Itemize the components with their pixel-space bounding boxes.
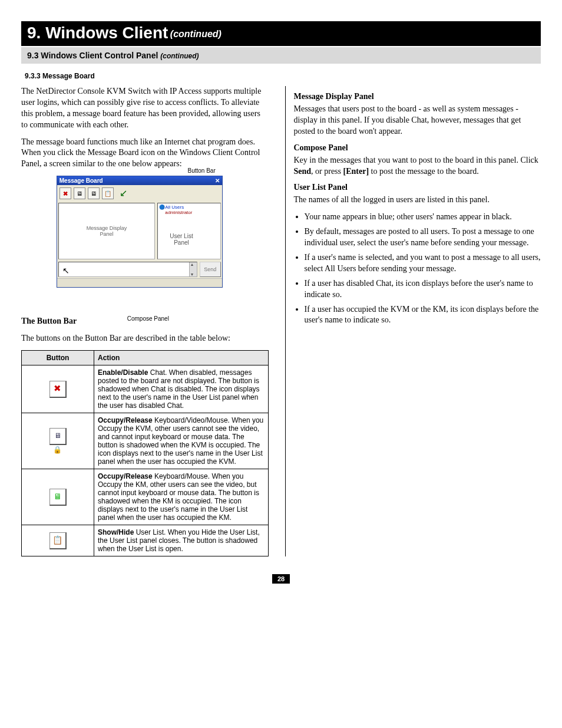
- message-board-screenshot: Button Bar Message Board ✕ ✖ 🖥 🖥 📋 ↙ Mes…: [57, 176, 233, 305]
- table-row: 🖥🔒 Occupy/Release Keyboard/Video/Mouse. …: [22, 413, 269, 469]
- list-item: If a user has disabled Chat, its icon di…: [305, 278, 541, 301]
- heading-user-list-panel: User List Panel: [294, 183, 541, 192]
- table-row: ✖ Enable/Disable Chat. When disabled, me…: [22, 365, 269, 413]
- mock-admin: administrator: [165, 210, 219, 215]
- cp-paragraph: Key in the messages that you want to pos…: [294, 155, 541, 177]
- user-list-bullets: Your name appears in blue; other users' …: [294, 212, 541, 326]
- heading-message-display-panel: Message Display Panel: [294, 92, 541, 101]
- mock-message-panel: Message Display Panel: [58, 203, 155, 259]
- toolbar-userlist-icon: 📋: [102, 187, 114, 199]
- mock-body: Message Display Panel 🔵All Users adminis…: [57, 202, 222, 261]
- mock-toolbar: ✖ 🖥 🖥 📋 ↙: [57, 185, 222, 202]
- section-continued: (continued): [160, 52, 199, 60]
- arrow-icon: ↙: [120, 187, 127, 199]
- mock-user-list: 🔵All Users administrator User List Panel: [157, 203, 221, 259]
- mock-compose-input: ↖: [58, 262, 197, 277]
- page-number: 28: [272, 574, 290, 584]
- mdp-paragraph: Messages that users post to the board - …: [294, 104, 541, 137]
- section-header: 9.3 Windows Client Control Panel (contin…: [21, 47, 541, 64]
- callout-button-bar: Button Bar: [187, 167, 215, 174]
- right-column: Message Display Panel Messages that user…: [285, 86, 541, 556]
- heading-compose-panel: Compose Panel: [294, 143, 541, 153]
- close-icon: ✕: [215, 177, 220, 184]
- list-item: By default, messages are posted to all u…: [305, 226, 541, 249]
- chapter-header: 9. Windows Client (continued): [21, 21, 541, 46]
- table-row: 🖥 Occupy/Release Keyboard/Mouse. When yo…: [22, 469, 269, 525]
- mock-scrollbar: [189, 262, 197, 276]
- table-row: 📋 Show/Hide User List. When you Hide the…: [22, 525, 269, 556]
- mock-titlebar: Message Board ✕: [57, 176, 222, 185]
- button-bar-intro: The buttons on the Button Bar are descri…: [21, 333, 269, 344]
- chapter-continued: (continued): [170, 29, 222, 39]
- mock-compose-row: ↖ Send: [58, 262, 221, 277]
- left-column: The NetDirector Console KVM Switch with …: [21, 86, 269, 556]
- mock-title-text: Message Board: [59, 177, 103, 184]
- section-title: 9.3 Windows Client Control Panel: [27, 51, 158, 60]
- list-item: Your name appears in blue; other users' …: [305, 212, 541, 223]
- list-item: If a user's name is selected, and you wa…: [305, 252, 541, 275]
- toolbar-kvm-icon: 🖥: [74, 187, 85, 199]
- th-action: Action: [94, 351, 269, 365]
- chat-disable-icon: ✖: [49, 381, 67, 398]
- intro-p1: The NetDirector Console KVM Switch with …: [21, 86, 269, 131]
- subsection-title: 9.3.3 Message Board: [25, 72, 541, 80]
- callout-userlist: User List Panel: [170, 233, 193, 246]
- ulp-paragraph: The names of all the logged in users are…: [294, 195, 541, 206]
- content-columns: The NetDirector Console KVM Switch with …: [21, 86, 541, 556]
- list-item: If a user has occupied the KVM or the KM…: [305, 304, 541, 327]
- arrow-icon: ↖: [62, 266, 70, 275]
- occupy-km-icon: 🖥: [49, 489, 67, 506]
- toolbar-km-icon: 🖥: [88, 187, 100, 199]
- intro-p2: The message board functions much like an…: [21, 137, 269, 170]
- callout-compose: Compose Panel: [127, 315, 169, 322]
- occupy-kvm-icon: 🖥🔒: [49, 428, 67, 445]
- mock-window: Message Board ✕ ✖ 🖥 🖥 📋 ↙ Message Displa…: [57, 176, 223, 288]
- button-table: Button Action ✖ Enable/Disable Chat. Whe…: [21, 350, 269, 556]
- th-button: Button: [22, 351, 94, 365]
- mock-send-button: Send: [200, 262, 221, 277]
- chapter-title: 9. Windows Client: [27, 24, 168, 42]
- mock-all-users: 🔵All Users: [159, 205, 219, 210]
- mock-statusbar: [57, 278, 222, 287]
- toolbar-chat-icon: ✖: [59, 187, 71, 199]
- userlist-toggle-icon: 📋: [49, 532, 67, 549]
